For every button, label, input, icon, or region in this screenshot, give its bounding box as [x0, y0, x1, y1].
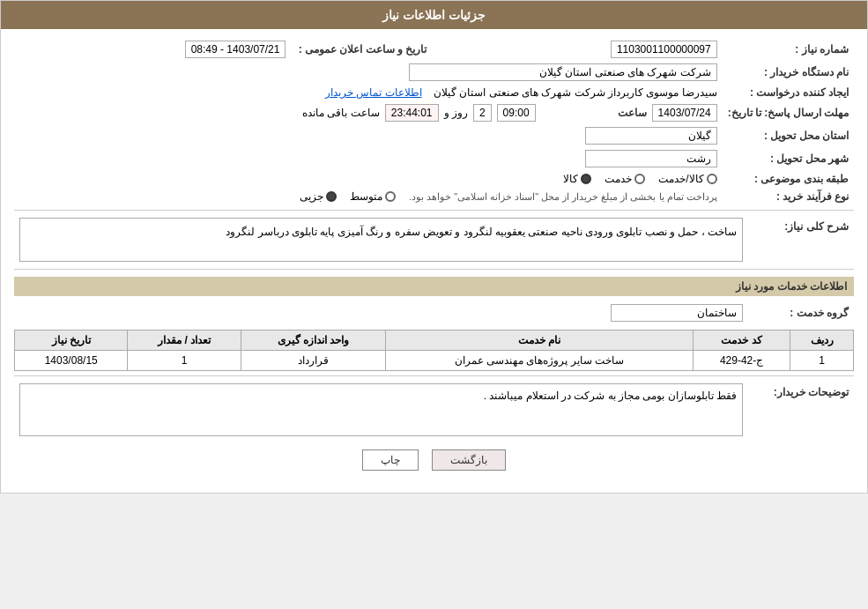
province-label: استان محل تحویل : — [723, 124, 854, 147]
service-group-row: گروه خدمت : ساختمان — [14, 301, 854, 324]
service-group-label: گروه خدمت : — [748, 301, 854, 324]
deadline-date-box: 1403/07/24 — [652, 104, 717, 122]
bottom-buttons: بازگشت چاپ — [14, 439, 854, 484]
service-group-table: گروه خدمت : ساختمان — [14, 301, 854, 324]
creator-label: ایجاد کننده درخواست : — [723, 84, 854, 101]
radio-label-khedmat: خدمت — [605, 173, 632, 185]
col-date: تاریخ نیاز — [15, 330, 128, 351]
announce-date-value: 1403/07/21 - 08:49 — [14, 38, 291, 61]
col-service-name: نام خدمت — [386, 330, 694, 351]
services-table: ردیف کد خدمت نام خدمت واحد اندازه گیری ت… — [14, 330, 854, 371]
purchase-type-value: پرداخت تمام یا بخشی از مبلغ خریدار از مح… — [14, 188, 723, 205]
table-row: 1 ج-42-429 ساخت سایر پروژه‌های مهندسی عم… — [15, 351, 854, 371]
announce-date-box: 1403/07/21 - 08:49 — [185, 41, 286, 58]
province-value: گیلان — [14, 124, 723, 147]
need-number-value: 1103001100000097 — [432, 38, 722, 61]
cell-service-name: ساخت سایر پروژه‌های مهندسی عمران — [386, 351, 694, 371]
radio-item-khedmat: خدمت — [605, 173, 645, 185]
buyer-notes-box: فقط تابلوسازان بومی مجاز به شرکت در استع… — [19, 383, 743, 436]
description-value: ساخت ، حمل و نصب تابلوی ورودی ناحیه صنعت… — [14, 215, 748, 264]
category-radio-group: کالا/خدمت خدمت کالا — [19, 173, 717, 185]
separator-3 — [14, 375, 854, 376]
col-unit: واحد اندازه گیری — [241, 330, 385, 351]
main-info-table: شماره نیاز : 1103001100000097 تاریخ و سا… — [14, 38, 854, 205]
radio-item-kala-khedmat: کالا/خدمت — [658, 173, 716, 185]
radio-kala[interactable] — [581, 174, 591, 184]
back-button[interactable]: بازگشت — [432, 449, 506, 471]
creator-value: سیدرضا موسوی کاربرداز شرکت شهرک های صنعت… — [14, 84, 723, 101]
remaining-days-box: 2 — [473, 104, 492, 122]
service-group-box: ساختمان — [611, 304, 743, 322]
description-row: شرح کلی نیاز: ساخت ، حمل و نصب تابلوی ور… — [14, 215, 854, 264]
page-header: جزئیات اطلاعات نیاز — [1, 1, 867, 29]
creator-text: سیدرضا موسوی کاربرداز شرکت شهرک های صنعت… — [434, 86, 717, 99]
services-section-title: اطلاعات خدمات مورد نیاز — [14, 277, 854, 296]
deadline-info: 1403/07/24 ساعت 09:00 2 روز و 23:44:01 س… — [14, 101, 723, 124]
radio-label-jozii: جزیی — [300, 190, 323, 203]
page-container: جزئیات اطلاعات نیاز شماره نیاز : 1103001… — [0, 0, 868, 494]
purchase-type-group: پرداخت تمام یا بخشی از مبلغ خریدار از مح… — [19, 190, 717, 203]
radio-item-note: پرداخت تمام یا بخشی از مبلغ خریدار از مح… — [409, 191, 717, 203]
cell-qty: 1 — [128, 351, 241, 371]
deadline-row: مهلت ارسال پاسخ: تا تاریخ: 1403/07/24 سا… — [14, 101, 854, 124]
deadline-time-box: 09:00 — [497, 104, 536, 122]
radio-label-kala-khedmat: کالا/خدمت — [658, 173, 703, 185]
cell-service-code: ج-42-429 — [693, 351, 790, 371]
buyer-notes-table: توضیحات خریدار: فقط تابلوسازان بومی مجاز… — [14, 381, 854, 439]
print-button[interactable]: چاپ — [362, 449, 419, 471]
buyer-notes-row: توضیحات خریدار: فقط تابلوسازان بومی مجاز… — [14, 381, 854, 439]
purchase-type-note: پرداخت تمام یا بخشی از مبلغ خریدار از مح… — [409, 191, 717, 203]
cell-row-num: 1 — [790, 351, 854, 371]
radio-motavasset[interactable] — [385, 191, 396, 202]
content-area: شماره نیاز : 1103001100000097 تاریخ و سا… — [1, 29, 867, 493]
org-name-box: شرکت شهرک های صنعتی استان گیلان — [409, 63, 717, 81]
need-number-box: 1103001100000097 — [611, 41, 717, 58]
date-label: مهلت ارسال پاسخ: تا تاریخ: — [723, 101, 854, 124]
radio-item-jozii: جزیی — [300, 190, 337, 203]
need-number-label: شماره نیاز : — [723, 38, 854, 61]
city-row: شهر محل تحویل : رشت — [14, 147, 854, 170]
remaining-label: ساعت باقی مانده — [302, 107, 380, 119]
col-row-num: ردیف — [790, 330, 854, 351]
time-label: ساعت — [541, 107, 647, 119]
description-section-title: شرح کلی نیاز: — [748, 215, 854, 264]
radio-label-motavasset: متوسط — [350, 190, 382, 203]
purchase-type-label: نوع فرآیند خرید : — [723, 188, 854, 205]
radio-item-motavasset: متوسط — [350, 190, 396, 203]
remaining-days-label: روز و — [444, 107, 468, 119]
page-title: جزئیات اطلاعات نیاز — [382, 8, 486, 22]
buyer-notes-label: توضیحات خریدار: — [748, 381, 854, 439]
cell-unit: قرارداد — [241, 351, 385, 371]
province-row: استان محل تحویل : گیلان — [14, 124, 854, 147]
announce-date-label: تاریخ و ساعت اعلان عمومی : — [291, 38, 432, 61]
org-name-row: نام دستگاه خریدار : شرکت شهرک های صنعتی … — [14, 61, 854, 84]
category-options: کالا/خدمت خدمت کالا — [14, 170, 723, 188]
col-service-code: کد خدمت — [693, 330, 790, 351]
org-name-value: شرکت شهرک های صنعتی استان گیلان — [14, 61, 723, 84]
description-box: ساخت ، حمل و نصب تابلوی ورودی ناحیه صنعت… — [19, 218, 743, 262]
separator-1 — [14, 210, 854, 211]
creator-row: ایجاد کننده درخواست : سیدرضا موسوی کاربر… — [14, 84, 854, 101]
separator-2 — [14, 269, 854, 270]
remaining-time-box: 23:44:01 — [385, 104, 439, 122]
radio-kala-khedmat[interactable] — [707, 174, 717, 184]
category-label: طبقه بندی موضوعی : — [723, 170, 854, 188]
radio-khedmat[interactable] — [634, 174, 645, 184]
buyer-notes-value: فقط تابلوسازان بومی مجاز به شرکت در استع… — [14, 381, 748, 439]
deadline-row-flex: 1403/07/24 ساعت 09:00 2 روز و 23:44:01 س… — [19, 104, 717, 122]
description-table: شرح کلی نیاز: ساخت ، حمل و نصب تابلوی ور… — [14, 215, 854, 264]
province-box: گیلان — [585, 127, 717, 145]
radio-item-kala: کالا — [563, 173, 591, 185]
purchase-type-row: نوع فرآیند خرید : پرداخت تمام یا بخشی از… — [14, 188, 854, 205]
city-value: رشت — [14, 147, 723, 170]
col-qty: تعداد / مقدار — [128, 330, 241, 351]
org-name-label: نام دستگاه خریدار : — [723, 61, 854, 84]
city-label: شهر محل تحویل : — [723, 147, 854, 170]
need-number-row: شماره نیاز : 1103001100000097 تاریخ و سا… — [14, 38, 854, 61]
radio-jozii[interactable] — [326, 191, 337, 202]
cell-date: 1403/08/15 — [15, 351, 128, 371]
service-group-value: ساختمان — [14, 301, 748, 324]
category-row: طبقه بندی موضوعی : کالا/خدمت خدمت — [14, 170, 854, 188]
creator-link[interactable]: اطلاعات تماس خریدار — [325, 86, 422, 99]
services-header-row: ردیف کد خدمت نام خدمت واحد اندازه گیری ت… — [15, 330, 854, 351]
